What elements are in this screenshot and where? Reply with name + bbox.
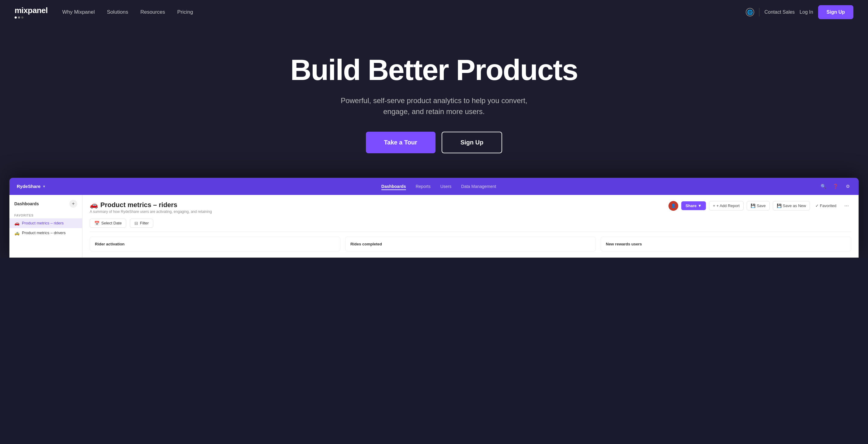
app-sidebar: Dashboards + FAVORITES 🚗 Product metrics… [9, 195, 83, 258]
share-button[interactable]: Share ▼ [681, 201, 706, 210]
nav-links: Why Mixpanel Solutions Resources Pricing [62, 9, 746, 15]
save-button[interactable]: 💾 Save [747, 201, 770, 211]
more-options-button[interactable]: ··· [842, 201, 851, 210]
favorited-button[interactable]: ✓ Favorited [813, 201, 839, 210]
content-title: 🚗 Product metrics – riders [90, 201, 669, 209]
sidebar-header: Dashboards + [9, 200, 82, 211]
content-toolbar: 📅 Select Date ⊟ Filter [90, 219, 851, 232]
metric-title-rider-activation: Rider activation [95, 242, 335, 246]
app-nav-dashboards[interactable]: Dashboards [381, 184, 406, 190]
sidebar-add-button[interactable]: + [69, 200, 77, 208]
help-icon[interactable]: ❓ [832, 183, 839, 190]
logo[interactable]: mixpanel [14, 6, 48, 19]
metric-card-rider-activation: Rider activation [90, 236, 340, 252]
logo-dot-3 [21, 17, 23, 19]
dashboard-icon: 🚗 [90, 201, 98, 209]
app-nav-right: 🔍 ❓ ⚙ [819, 183, 851, 190]
add-report-button[interactable]: + + Add Report [709, 201, 744, 211]
app-nav-users[interactable]: Users [440, 184, 452, 189]
logo-dot-1 [14, 17, 17, 19]
save-icon: 💾 [751, 203, 755, 208]
calendar-icon: 📅 [94, 221, 99, 226]
signup-hero-button[interactable]: Sign Up [442, 132, 502, 153]
metric-title-new-rewards: New rewards users [606, 242, 846, 246]
sidebar-item-riders-label: Product metrics – riders [22, 221, 64, 225]
nav-link-solutions[interactable]: Solutions [107, 9, 128, 15]
hero-title: Build Better Products [14, 55, 854, 86]
filter-icon: ⊟ [134, 221, 138, 226]
content-title-area: 🚗 Product metrics – riders A summary of … [90, 201, 669, 214]
logo-dot-2 [18, 17, 20, 19]
main-navbar: mixpanel Why Mixpanel Solutions Resource… [0, 0, 868, 24]
sidebar-item-drivers-label: Product metrics – drivers [22, 230, 66, 235]
take-tour-button[interactable]: Take a Tour [366, 132, 436, 153]
save-as-new-button[interactable]: 💾 Save as New [773, 201, 810, 211]
content-actions: 👤 Share ▼ + + Add Report 💾 Save [669, 201, 851, 211]
sidebar-item-riders[interactable]: 🚗 Product metrics – riders [9, 218, 82, 228]
app-preview: RydeShare ▼ Dashboards Reports Users Dat… [9, 178, 859, 258]
metric-card-new-rewards: New rewards users [601, 236, 851, 252]
dashboard-title-text: Product metrics – riders [100, 201, 177, 209]
signup-nav-button[interactable]: Sign Up [818, 5, 854, 19]
nav-link-resources[interactable]: Resources [140, 9, 165, 15]
add-report-plus-icon: + [713, 203, 715, 208]
app-nav-data-management[interactable]: Data Management [461, 184, 496, 189]
hero-section: Build Better Products Powerful, self-ser… [0, 24, 868, 178]
filter-button[interactable]: ⊟ Filter [130, 219, 153, 228]
globe-icon[interactable]: 🌐 [746, 8, 754, 17]
app-nav-links: Dashboards Reports Users Data Management [58, 184, 819, 189]
hero-subtitle: Powerful, self-serve product analytics t… [328, 95, 540, 117]
metric-card-rides-completed: Rides completed [345, 236, 596, 252]
sidebar-item-drivers[interactable]: 🚕 Product metrics – drivers [9, 228, 82, 238]
hero-buttons: Take a Tour Sign Up [14, 132, 854, 153]
app-navbar: RydeShare ▼ Dashboards Reports Users Dat… [9, 178, 859, 195]
app-brand[interactable]: RydeShare ▼ [17, 184, 45, 189]
sidebar-section-label: FAVORITES [9, 211, 82, 218]
search-icon[interactable]: 🔍 [819, 183, 827, 190]
login-link[interactable]: Log In [800, 9, 813, 15]
logo-text: mixpanel [14, 6, 48, 15]
nav-right: 🌐 Contact Sales Log In Sign Up [746, 5, 854, 19]
nav-divider [759, 8, 760, 17]
metric-title-rides-completed: Rides completed [350, 242, 591, 246]
riders-icon: 🚗 [14, 221, 20, 226]
save-as-new-icon: 💾 [777, 203, 782, 208]
nav-link-why[interactable]: Why Mixpanel [62, 9, 95, 15]
app-brand-chevron-icon: ▼ [42, 185, 45, 188]
app-content: 🚗 Product metrics – riders A summary of … [83, 195, 859, 258]
nav-link-pricing[interactable]: Pricing [177, 9, 193, 15]
app-brand-name: RydeShare [17, 184, 40, 189]
sidebar-title: Dashboards [14, 201, 39, 206]
app-main: Dashboards + FAVORITES 🚗 Product metrics… [9, 195, 859, 258]
share-chevron-icon: ▼ [698, 203, 702, 208]
settings-icon[interactable]: ⚙ [844, 183, 851, 190]
user-avatar: 👤 [669, 201, 678, 211]
app-preview-wrapper: RydeShare ▼ Dashboards Reports Users Dat… [0, 178, 868, 258]
contact-sales-link[interactable]: Contact Sales [764, 9, 795, 15]
dashboard-description: A summary of how RydeShare users are act… [90, 210, 669, 214]
metrics-row: Rider activation Rides completed New rew… [90, 236, 851, 252]
content-header: 🚗 Product metrics – riders A summary of … [90, 201, 851, 214]
app-nav-reports[interactable]: Reports [416, 184, 431, 189]
drivers-icon: 🚕 [14, 230, 20, 235]
select-date-button[interactable]: 📅 Select Date [90, 219, 126, 228]
